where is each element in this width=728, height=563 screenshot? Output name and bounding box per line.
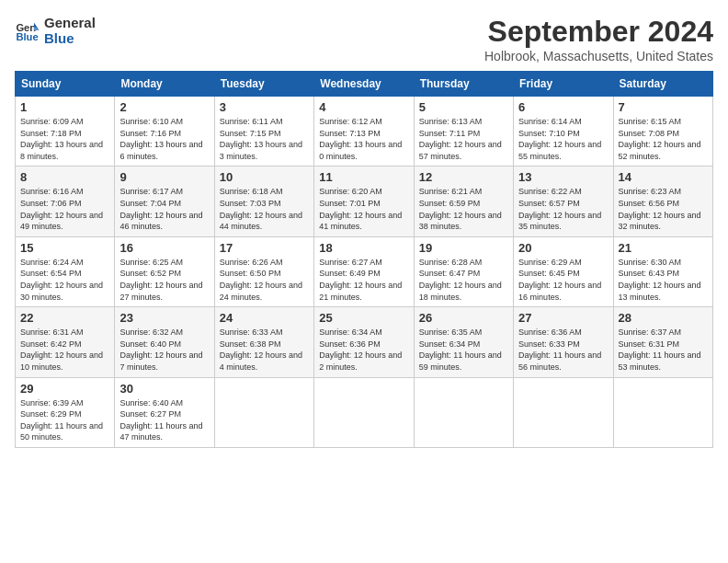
day-info: Sunrise: 6:26 AM Sunset: 6:50 PM Dayligh…: [220, 257, 309, 303]
app-logo: Gen Blue General Blue: [15, 15, 96, 47]
calendar-cell: 6 Sunrise: 6:14 AM Sunset: 7:10 PM Dayli…: [514, 97, 613, 167]
calendar-cell: 9 Sunrise: 6:17 AM Sunset: 7:04 PM Dayli…: [115, 167, 214, 236]
day-info: Sunrise: 6:09 AM Sunset: 7:18 PM Dayligh…: [20, 116, 109, 162]
logo-text-blue: Blue: [44, 30, 96, 46]
calendar-cell: 3 Sunrise: 6:11 AM Sunset: 7:15 PM Dayli…: [214, 97, 313, 167]
day-number: 16: [119, 241, 209, 255]
calendar-cell: 4 Sunrise: 6:12 AM Sunset: 7:13 PM Dayli…: [314, 97, 414, 167]
day-number: 15: [20, 241, 109, 255]
day-info: Sunrise: 6:33 AM Sunset: 6:38 PM Dayligh…: [220, 327, 309, 373]
calendar-cell: 1 Sunrise: 6:09 AM Sunset: 7:18 PM Dayli…: [16, 97, 115, 167]
day-number: 9: [119, 170, 209, 184]
day-info: Sunrise: 6:13 AM Sunset: 7:11 PM Dayligh…: [419, 116, 508, 162]
day-number: 2: [119, 100, 209, 114]
day-info: Sunrise: 6:24 AM Sunset: 6:54 PM Dayligh…: [20, 257, 109, 303]
day-info: Sunrise: 6:29 AM Sunset: 6:45 PM Dayligh…: [518, 257, 608, 303]
col-header-tuesday: Tuesday: [214, 72, 313, 97]
day-info: Sunrise: 6:21 AM Sunset: 6:59 PM Dayligh…: [419, 186, 508, 232]
day-info: Sunrise: 6:15 AM Sunset: 7:08 PM Dayligh…: [619, 116, 708, 162]
day-info: Sunrise: 6:11 AM Sunset: 7:15 PM Dayligh…: [220, 116, 309, 162]
col-header-saturday: Saturday: [613, 72, 712, 97]
day-info: Sunrise: 6:16 AM Sunset: 7:06 PM Dayligh…: [20, 186, 109, 232]
day-info: Sunrise: 6:18 AM Sunset: 7:03 PM Dayligh…: [220, 186, 309, 232]
day-info: Sunrise: 6:34 AM Sunset: 6:36 PM Dayligh…: [319, 327, 408, 373]
day-number: 22: [20, 311, 109, 325]
calendar-cell: 13 Sunrise: 6:22 AM Sunset: 6:57 PM Dayl…: [514, 167, 613, 236]
day-number: 13: [518, 170, 608, 184]
day-info: Sunrise: 6:10 AM Sunset: 7:16 PM Dayligh…: [119, 116, 209, 162]
day-number: 27: [518, 311, 608, 325]
day-info: Sunrise: 6:20 AM Sunset: 7:01 PM Dayligh…: [319, 186, 408, 232]
day-number: 19: [419, 241, 508, 255]
day-number: 8: [20, 170, 109, 184]
day-info: Sunrise: 6:14 AM Sunset: 7:10 PM Dayligh…: [518, 116, 608, 162]
day-info: Sunrise: 6:27 AM Sunset: 6:49 PM Dayligh…: [319, 257, 408, 303]
day-number: 20: [518, 241, 608, 255]
calendar-cell: 17 Sunrise: 6:26 AM Sunset: 6:50 PM Dayl…: [214, 236, 313, 306]
calendar-cell: 26 Sunrise: 6:35 AM Sunset: 6:34 PM Dayl…: [414, 307, 513, 377]
day-number: 1: [20, 100, 109, 114]
calendar-week-row: 22 Sunrise: 6:31 AM Sunset: 6:42 PM Dayl…: [16, 307, 713, 377]
calendar-cell: 7 Sunrise: 6:15 AM Sunset: 7:08 PM Dayli…: [613, 97, 712, 167]
day-number: 11: [319, 170, 408, 184]
col-header-monday: Monday: [115, 72, 214, 97]
day-info: Sunrise: 6:39 AM Sunset: 6:29 PM Dayligh…: [20, 397, 109, 443]
calendar-cell: 19 Sunrise: 6:28 AM Sunset: 6:47 PM Dayl…: [414, 236, 513, 306]
day-number: 3: [220, 100, 309, 114]
calendar-week-row: 29 Sunrise: 6:39 AM Sunset: 6:29 PM Dayl…: [16, 377, 713, 447]
day-number: 30: [119, 382, 209, 396]
month-title: September 2024: [484, 15, 713, 49]
day-number: 5: [419, 100, 508, 114]
calendar-cell: 8 Sunrise: 6:16 AM Sunset: 7:06 PM Dayli…: [16, 167, 115, 236]
calendar-header-row: SundayMondayTuesdayWednesdayThursdayFrid…: [16, 72, 713, 97]
calendar-week-row: 8 Sunrise: 6:16 AM Sunset: 7:06 PM Dayli…: [16, 167, 713, 236]
calendar-cell: [414, 377, 513, 447]
calendar-cell: 23 Sunrise: 6:32 AM Sunset: 6:40 PM Dayl…: [115, 307, 214, 377]
calendar-cell: 11 Sunrise: 6:20 AM Sunset: 7:01 PM Dayl…: [314, 167, 414, 236]
day-info: Sunrise: 6:25 AM Sunset: 6:52 PM Dayligh…: [119, 257, 209, 303]
day-number: 24: [220, 311, 309, 325]
calendar-cell: 28 Sunrise: 6:37 AM Sunset: 6:31 PM Dayl…: [613, 307, 712, 377]
day-number: 12: [419, 170, 508, 184]
calendar-cell: 29 Sunrise: 6:39 AM Sunset: 6:29 PM Dayl…: [16, 377, 115, 447]
col-header-friday: Friday: [514, 72, 613, 97]
day-number: 10: [220, 170, 309, 184]
day-number: 4: [319, 100, 408, 114]
calendar-cell: 22 Sunrise: 6:31 AM Sunset: 6:42 PM Dayl…: [16, 307, 115, 377]
day-info: Sunrise: 6:40 AM Sunset: 6:27 PM Dayligh…: [119, 397, 209, 443]
location-title: Holbrook, Massachusetts, United States: [484, 49, 713, 63]
calendar-cell: 21 Sunrise: 6:30 AM Sunset: 6:43 PM Dayl…: [613, 236, 712, 306]
calendar-cell: 16 Sunrise: 6:25 AM Sunset: 6:52 PM Dayl…: [115, 236, 214, 306]
day-info: Sunrise: 6:32 AM Sunset: 6:40 PM Dayligh…: [119, 327, 209, 373]
calendar-cell: 14 Sunrise: 6:23 AM Sunset: 6:56 PM Dayl…: [613, 167, 712, 236]
col-header-sunday: Sunday: [16, 72, 115, 97]
day-number: 18: [319, 241, 408, 255]
calendar-cell: 5 Sunrise: 6:13 AM Sunset: 7:11 PM Dayli…: [414, 97, 513, 167]
day-number: 21: [619, 241, 708, 255]
day-info: Sunrise: 6:12 AM Sunset: 7:13 PM Dayligh…: [319, 116, 408, 162]
calendar-title-area: September 2024 Holbrook, Massachusetts, …: [484, 15, 713, 63]
col-header-thursday: Thursday: [414, 72, 513, 97]
calendar-cell: [514, 377, 613, 447]
day-info: Sunrise: 6:22 AM Sunset: 6:57 PM Dayligh…: [518, 186, 608, 232]
calendar-cell: 15 Sunrise: 6:24 AM Sunset: 6:54 PM Dayl…: [16, 236, 115, 306]
day-info: Sunrise: 6:23 AM Sunset: 6:56 PM Dayligh…: [619, 186, 708, 232]
day-info: Sunrise: 6:36 AM Sunset: 6:33 PM Dayligh…: [518, 327, 608, 373]
col-header-wednesday: Wednesday: [314, 72, 414, 97]
calendar-table: SundayMondayTuesdayWednesdayThursdayFrid…: [15, 71, 713, 448]
calendar-cell: 24 Sunrise: 6:33 AM Sunset: 6:38 PM Dayl…: [214, 307, 313, 377]
calendar-week-row: 1 Sunrise: 6:09 AM Sunset: 7:18 PM Dayli…: [16, 97, 713, 167]
calendar-cell: 30 Sunrise: 6:40 AM Sunset: 6:27 PM Dayl…: [115, 377, 214, 447]
calendar-cell: 25 Sunrise: 6:34 AM Sunset: 6:36 PM Dayl…: [314, 307, 414, 377]
day-number: 14: [619, 170, 708, 184]
logo-text-general: General: [44, 15, 96, 30]
day-number: 25: [319, 311, 408, 325]
day-info: Sunrise: 6:31 AM Sunset: 6:42 PM Dayligh…: [20, 327, 109, 373]
day-info: Sunrise: 6:17 AM Sunset: 7:04 PM Dayligh…: [119, 186, 209, 232]
calendar-cell: 27 Sunrise: 6:36 AM Sunset: 6:33 PM Dayl…: [514, 307, 613, 377]
calendar-cell: 2 Sunrise: 6:10 AM Sunset: 7:16 PM Dayli…: [115, 97, 214, 167]
day-number: 28: [619, 311, 708, 325]
svg-text:Blue: Blue: [16, 31, 38, 42]
day-number: 6: [518, 100, 608, 114]
day-info: Sunrise: 6:30 AM Sunset: 6:43 PM Dayligh…: [619, 257, 708, 303]
